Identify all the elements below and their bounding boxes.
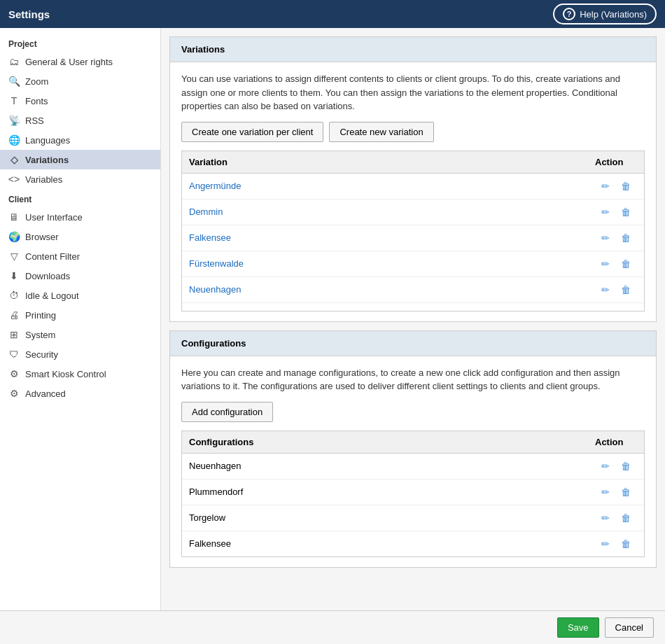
delete-configuration-button[interactable]: 🗑 (618, 485, 634, 499)
system-icon: ⊞ (8, 329, 20, 340)
table-row: Fürstenwalde ✏ 🗑 (182, 251, 644, 276)
configurations-section-body: Here you can create and manage configura… (170, 356, 656, 567)
sidebar-item-content-filter[interactable]: ▽ Content Filter (0, 246, 160, 266)
delete-configuration-button[interactable]: 🗑 (618, 511, 634, 525)
variation-link[interactable]: Falkensee (189, 232, 231, 243)
cancel-button[interactable]: Cancel (605, 617, 654, 638)
edit-variation-button[interactable]: ✏ (598, 283, 612, 297)
sidebar-item-label: Advanced (25, 388, 66, 399)
sidebar-item-variations[interactable]: ◇ Variations (0, 150, 160, 169)
security-icon: 🛡 (8, 349, 20, 360)
variation-link[interactable]: Plummendorf (189, 310, 243, 312)
sidebar-item-browser[interactable]: 🌍 Browser (0, 227, 160, 246)
variations-section-header: Variations (170, 37, 656, 62)
delete-configuration-button[interactable]: 🗑 (618, 537, 634, 551)
configurations-table: Configurations Action Neuenhagen ✏ 🗑 Plu… (182, 431, 644, 556)
config-col-header: Configurations (182, 431, 588, 454)
delete-variation-button[interactable]: 🗑 (618, 179, 634, 193)
content-inner: Variations You can use variations to ass… (161, 28, 665, 576)
content-area: Variations You can use variations to ass… (161, 28, 665, 610)
app-title: Settings (8, 8, 50, 20)
sidebar-item-label: Browser (25, 232, 59, 242)
edit-variation-button[interactable]: ✏ (598, 179, 612, 193)
delete-variation-button[interactable]: 🗑 (618, 205, 634, 219)
save-button[interactable]: Save (557, 617, 599, 638)
sidebar-item-general[interactable]: 🗂 General & User rights (0, 52, 160, 71)
sidebar-item-smart-kiosk[interactable]: ⚙ Smart Kiosk Control (0, 364, 160, 384)
delete-variation-button[interactable]: 🗑 (618, 309, 634, 312)
delete-variation-button[interactable]: 🗑 (618, 257, 634, 271)
sidebar-item-languages[interactable]: 🌐 Languages (0, 130, 160, 150)
sidebar-item-system[interactable]: ⊞ System (0, 325, 160, 344)
help-button[interactable]: ? Help (Variations) (553, 4, 657, 24)
sidebar-item-rss[interactable]: 📡 RSS (0, 111, 160, 130)
delete-variation-button[interactable]: 🗑 (618, 231, 634, 245)
sidebar-item-advanced[interactable]: ⚙ Advanced (0, 384, 160, 403)
sidebar-item-user-interface[interactable]: 🖥 User Interface (0, 207, 160, 227)
sidebar-item-label: Printing (25, 310, 56, 321)
sidebar-item-label: Zoom (25, 76, 48, 87)
sidebar-item-label: User Interface (25, 212, 83, 223)
variation-name: Demmin (182, 199, 588, 225)
edit-variation-button[interactable]: ✏ (598, 231, 612, 245)
create-per-client-button[interactable]: Create one variation per client (181, 122, 323, 142)
edit-configuration-button[interactable]: ✏ (598, 537, 612, 551)
configurations-section-header: Configurations (170, 331, 656, 356)
configurations-table-scroll: Configurations Action Neuenhagen ✏ 🗑 Plu… (181, 430, 645, 557)
variation-action-cell: ✏ 🗑 (588, 251, 644, 276)
sidebar-item-printing[interactable]: 🖨 Printing (0, 305, 160, 325)
variation-action-cell: ✏ 🗑 (588, 302, 644, 312)
variation-link[interactable]: Angermünde (189, 181, 241, 191)
downloads-icon: ⬇ (8, 270, 20, 281)
sidebar-item-downloads[interactable]: ⬇ Downloads (0, 266, 160, 286)
sidebar-item-label: System (25, 330, 55, 340)
sidebar-item-security[interactable]: 🛡 Security (0, 344, 160, 364)
help-button-label: Help (Variations) (580, 9, 647, 20)
sidebar-item-idle-logout[interactable]: ⏱ Idle & Logout (0, 286, 160, 305)
variation-action-cell: ✏ 🗑 (588, 173, 644, 199)
ui-icon: 🖥 (8, 211, 20, 223)
font-icon: T (8, 95, 20, 106)
sidebar-item-fonts[interactable]: T Fonts (0, 91, 160, 111)
variation-link[interactable]: Fürstenwalde (189, 258, 244, 269)
sidebar-item-label: General & User rights (25, 57, 113, 67)
table-row: Falkensee ✏ 🗑 (182, 531, 644, 556)
table-row: Neuenhagen ✏ 🗑 (182, 453, 644, 479)
sidebar-item-label: Idle & Logout (25, 290, 79, 301)
sidebar-item-label: Security (25, 349, 58, 360)
edit-configuration-button[interactable]: ✏ (598, 511, 612, 525)
app-header: Settings ? Help (Variations) (0, 0, 665, 28)
idle-icon: ⏱ (8, 290, 20, 301)
sidebar-client-label: Client (0, 189, 160, 207)
sidebar-item-zoom[interactable]: 🔍 Zoom (0, 71, 160, 91)
folder-icon: 🗂 (8, 56, 20, 67)
filter-icon: ▽ (8, 251, 20, 262)
footer: Save Cancel (0, 610, 665, 644)
edit-variation-button[interactable]: ✏ (598, 309, 612, 312)
variations-icon: ◇ (8, 154, 20, 165)
sidebar-item-variables[interactable]: <> Variables (0, 169, 160, 189)
edit-variation-button[interactable]: ✏ (598, 205, 612, 219)
variation-link[interactable]: Neuenhagen (189, 284, 241, 295)
delete-configuration-button[interactable]: 🗑 (618, 459, 634, 473)
variation-action-cell: ✏ 🗑 (588, 199, 644, 225)
variations-table: Variation Action Angermünde ✏ 🗑 Demmin (182, 151, 644, 312)
configuration-name: Falkensee (182, 531, 588, 556)
sidebar-item-label: Content Filter (25, 251, 80, 262)
variation-link[interactable]: Demmin (189, 206, 223, 217)
table-row: Plummendorf ✏ 🗑 (182, 479, 644, 505)
configuration-action-cell: ✏ 🗑 (588, 531, 644, 556)
add-configuration-button[interactable]: Add configuration (181, 402, 273, 422)
main-layout: Project 🗂 General & User rights 🔍 Zoom T… (0, 28, 665, 610)
help-icon: ? (563, 8, 575, 20)
edit-configuration-button[interactable]: ✏ (598, 485, 612, 499)
sidebar-item-label: RSS (25, 115, 44, 126)
sidebar-item-label: Smart Kiosk Control (25, 369, 106, 379)
table-row: Torgelow ✏ 🗑 (182, 505, 644, 531)
delete-variation-button[interactable]: 🗑 (618, 283, 634, 297)
sidebar-project-label: Project (0, 34, 160, 52)
edit-variation-button[interactable]: ✏ (598, 257, 612, 271)
create-new-variation-button[interactable]: Create new variation (329, 122, 433, 142)
variation-name: Neuenhagen (182, 276, 588, 302)
edit-configuration-button[interactable]: ✏ (598, 459, 612, 473)
